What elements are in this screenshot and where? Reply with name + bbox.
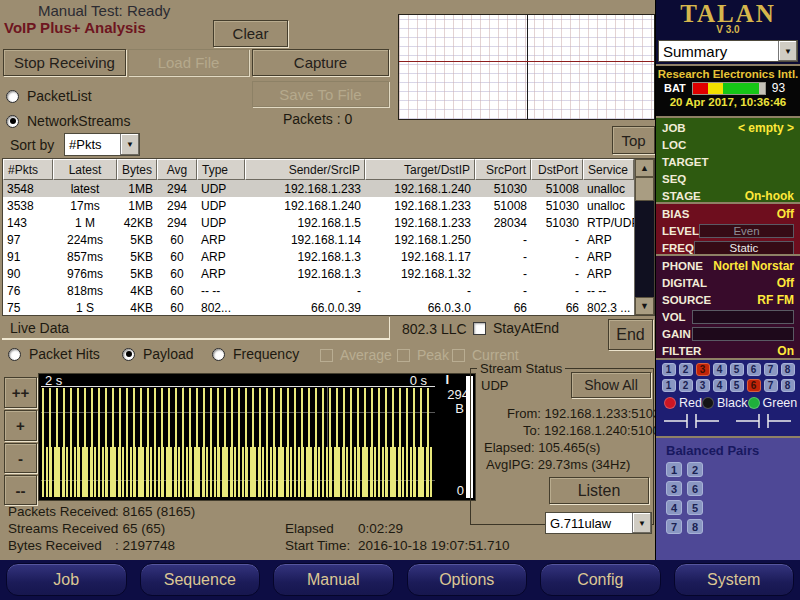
nav-options-button[interactable]: Options [407, 563, 528, 596]
balanced-pair-button[interactable]: 5 [687, 500, 703, 515]
balanced-pair-button[interactable]: 3 [666, 481, 682, 496]
pair-number-button[interactable]: 4 [713, 363, 727, 376]
view-dropdown[interactable]: Summary ▼ [658, 40, 798, 62]
save-to-file-button[interactable]: Save To File [252, 81, 389, 107]
pair-number-button[interactable]: 8 [781, 379, 795, 392]
checkbox-stay-at-end[interactable]: StayAtEnd [473, 320, 559, 336]
radio-packet-hits[interactable]: Packet Hits [8, 346, 100, 362]
scroll-track[interactable] [635, 201, 654, 297]
red-wire-dot-icon [664, 397, 676, 409]
capture-button[interactable]: Capture [252, 49, 389, 76]
column-header[interactable]: DstPort [531, 159, 583, 180]
stream-from: From: 192.168.1.233:5103 [507, 406, 660, 421]
scroll-thumb[interactable] [635, 177, 654, 201]
radio-payload[interactable]: Payload [122, 346, 194, 362]
column-header[interactable]: Type [197, 159, 245, 180]
radio-network-streams[interactable]: NetworkStreams [6, 113, 130, 129]
field-label: GAIN [662, 328, 691, 340]
field-value[interactable] [692, 327, 794, 341]
column-header[interactable]: #Pkts [3, 159, 53, 180]
table-cell: 60 [157, 231, 197, 248]
nav-job-button[interactable]: Job [6, 563, 127, 596]
balanced-pair-row: 78 [666, 519, 790, 534]
nav-sequence-button[interactable]: Sequence [140, 563, 261, 596]
column-header[interactable]: Latest [53, 159, 117, 180]
pair-number-button[interactable]: 6 [747, 363, 761, 376]
chevron-down-icon[interactable]: ▼ [120, 134, 139, 155]
field-value: Nortel Norstar [713, 259, 794, 273]
pair-number-button[interactable]: 7 [764, 363, 778, 376]
show-all-button[interactable]: Show All [571, 372, 651, 398]
top-button[interactable]: Top [612, 126, 655, 154]
balanced-pair-button[interactable]: 8 [687, 519, 703, 534]
pair-number-button[interactable]: 6 [747, 379, 761, 392]
column-header[interactable]: Bytes [117, 159, 157, 180]
chevron-down-icon[interactable]: ▼ [632, 513, 651, 533]
pair-number-button[interactable]: 5 [730, 363, 744, 376]
table-scrollbar[interactable]: ▲ ▼ [634, 159, 654, 315]
balanced-pair-button[interactable]: 2 [687, 462, 703, 477]
payload-cursor[interactable]: I [445, 372, 449, 387]
checkbox-label: Average [340, 347, 392, 363]
table-row[interactable]: 97224ms5KB60ARP192.168.1.14192.168.1.250… [3, 231, 634, 248]
balanced-pair-button[interactable]: 1 [666, 462, 682, 477]
zoom-in-button[interactable]: + [4, 410, 37, 441]
column-header[interactable]: Target/DstIP [365, 159, 475, 180]
pair-number-button[interactable]: 2 [679, 363, 693, 376]
balanced-pair-button[interactable]: 7 [666, 519, 682, 534]
pair-number-button[interactable]: 3 [696, 363, 710, 376]
end-button[interactable]: End [608, 319, 653, 350]
checkbox-average[interactable]: Average [320, 347, 392, 363]
column-header[interactable]: Service [583, 159, 634, 180]
field-label: BIAS [662, 208, 689, 220]
checkbox-peak[interactable]: Peak [397, 347, 449, 363]
pair-number-button[interactable]: 2 [679, 379, 693, 392]
balanced-pair-button[interactable]: 4 [666, 500, 682, 515]
field-value[interactable]: Static [694, 241, 794, 255]
nav-config-button[interactable]: Config [540, 563, 661, 596]
column-header[interactable]: Sender/SrcIP [245, 159, 365, 180]
table-row[interactable]: 91857ms5KB60ARP192.168.1.3192.168.1.17--… [3, 248, 634, 265]
streams-received-label: Streams Received [8, 521, 118, 536]
load-file-button[interactable]: Load File [128, 49, 249, 76]
pair-number-button[interactable]: 8 [781, 363, 795, 376]
nav-system-button[interactable]: System [674, 563, 795, 596]
column-header[interactable]: SrcPort [475, 159, 531, 180]
scroll-down-icon[interactable]: ▼ [635, 297, 654, 315]
radio-packet-list[interactable]: PacketList [6, 88, 92, 104]
pair-number-button[interactable]: 1 [662, 379, 676, 392]
radio-frequency[interactable]: Frequency [212, 346, 299, 362]
balanced-pair-button[interactable]: 6 [687, 481, 703, 496]
radio-dot [212, 348, 225, 361]
table-cell: 4KB [117, 299, 157, 315]
table-row[interactable]: 3548latest1MB294UDP192.168.1.233192.168.… [3, 180, 634, 197]
zoom-in-fast-button[interactable]: ++ [4, 377, 37, 408]
table-row[interactable]: 751 S4KB60802...66.0.0.3966.0.3.06666802… [3, 299, 634, 315]
codec-dropdown[interactable]: G.711ulaw ▼ [545, 512, 652, 534]
listen-button[interactable]: Listen [549, 477, 649, 504]
zoom-out-button[interactable]: - [4, 443, 37, 473]
table-row[interactable]: 353817ms1MB294UDP192.168.1.240192.168.1.… [3, 197, 634, 214]
field-value[interactable]: Even [699, 224, 794, 238]
clear-button[interactable]: Clear [213, 20, 288, 47]
table-row[interactable]: 1431 M42KB294UDP192.168.1.5192.168.1.233… [3, 214, 634, 231]
pair-number-button[interactable]: 7 [764, 379, 778, 392]
field-value[interactable] [692, 310, 794, 324]
pair-number-button[interactable]: 5 [730, 379, 744, 392]
scroll-up-icon[interactable]: ▲ [635, 159, 654, 177]
zoom-out-fast-button[interactable]: -- [4, 475, 37, 505]
table-cell: 1 S [53, 299, 117, 315]
column-header[interactable]: Avg [157, 159, 197, 180]
capacitor-icon [735, 412, 793, 430]
pair-number-button[interactable]: 1 [662, 363, 676, 376]
nav-manual-button[interactable]: Manual [273, 563, 394, 596]
chevron-down-icon[interactable]: ▼ [778, 41, 797, 61]
bytes-received-label: Bytes Received [8, 538, 102, 553]
pair-number-button[interactable]: 4 [713, 379, 727, 392]
table-row[interactable]: 90976ms5KB60ARP192.168.1.3192.168.1.32--… [3, 265, 634, 282]
sort-dropdown[interactable]: #Pkts ▼ [64, 133, 140, 156]
scope-trace-line [399, 61, 654, 62]
stop-receiving-button[interactable]: Stop Receiving [3, 49, 126, 76]
table-row[interactable]: 76818ms4KB60-- -------- -- [3, 282, 634, 299]
pair-number-button[interactable]: 3 [696, 379, 710, 392]
